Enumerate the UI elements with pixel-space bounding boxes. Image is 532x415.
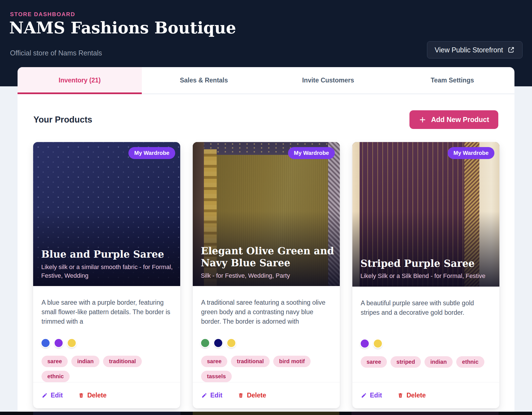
edit-label: Edit — [51, 392, 63, 399]
product-subtitle: Likely Silk or a Silk Blend - for Formal… — [360, 272, 494, 280]
tag-pill: tassels — [201, 371, 232, 382]
wardrobe-badge: My Wardrobe — [448, 147, 494, 159]
product-description: A blue saree with a purple border, featu… — [42, 298, 172, 327]
storefront-button-label: View Public Storefront — [435, 46, 503, 54]
tag-pill: traditional — [103, 356, 142, 367]
edit-button[interactable]: Edit — [42, 392, 63, 399]
edit-label: Edit — [370, 392, 382, 399]
tag-pill: indian — [71, 356, 99, 367]
tag-list: saree striped indian ethnic — [361, 356, 491, 368]
product-card: My Wardrobe Striped Purple Saree Likely … — [352, 142, 499, 408]
store-title: NAMS Fashions Boutique — [9, 18, 236, 37]
tag-pill: striped — [391, 356, 421, 368]
color-swatches — [201, 339, 331, 347]
trash-icon — [238, 392, 244, 398]
product-description: A beautiful purple saree with subtle gol… — [361, 298, 491, 328]
color-swatch — [201, 339, 209, 347]
color-swatch — [374, 340, 382, 348]
external-link-icon — [507, 46, 515, 53]
wardrobe-badge: My Wardrobe — [128, 147, 175, 159]
pencil-icon — [201, 392, 207, 398]
tag-pill: ethnic — [42, 371, 70, 382]
main-panel: Inventory (21) Sales & Rentals Invite Cu… — [18, 67, 514, 415]
trash-icon — [78, 392, 84, 398]
next-card-edge — [193, 412, 339, 415]
add-button-label: Add New Product — [431, 116, 489, 124]
product-title: Elegant Olive Green and Navy Blue Saree — [201, 245, 334, 269]
card-body: A beautiful purple saree with subtle gol… — [352, 287, 499, 382]
color-swatches — [361, 340, 491, 348]
card-footer: Edit Delete — [193, 382, 340, 408]
product-image: My Wardrobe Elegant Olive Green and Navy… — [193, 142, 340, 286]
trash-icon — [397, 392, 403, 398]
card-body: A blue saree with a purple border, featu… — [33, 286, 180, 382]
pencil-icon — [361, 392, 367, 398]
products-section-header: Your Products Add New Product — [33, 110, 498, 129]
products-heading: Your Products — [33, 115, 92, 125]
add-new-product-button[interactable]: Add New Product — [409, 110, 498, 129]
tab-invite-customers[interactable]: Invite Customers — [266, 67, 390, 94]
edit-button[interactable]: Edit — [201, 392, 222, 399]
tab-sales-rentals[interactable]: Sales & Rentals — [142, 67, 266, 94]
product-description: A traditional saree featuring a soothing… — [201, 298, 331, 327]
color-swatch — [361, 340, 369, 348]
tab-team-settings[interactable]: Team Settings — [390, 67, 514, 94]
tag-pill: saree — [361, 356, 387, 368]
card-footer: Edit Delete — [352, 382, 499, 408]
tag-pill: ethnic — [456, 356, 484, 368]
delete-button[interactable]: Delete — [238, 392, 266, 399]
tag-pill: saree — [201, 356, 227, 367]
card-body: A traditional saree featuring a soothing… — [193, 286, 340, 382]
next-row-preview — [0, 412, 532, 415]
color-swatch — [227, 339, 235, 347]
product-image: My Wardrobe Blue and Purple Saree Likely… — [33, 142, 180, 286]
image-caption: Elegant Olive Green and Navy Blue Saree … — [201, 245, 334, 280]
store-subtitle: Official store of Nams Rentals — [10, 49, 102, 57]
color-swatch — [214, 339, 222, 347]
view-public-storefront-button[interactable]: View Public Storefront — [427, 41, 523, 58]
delete-button[interactable]: Delete — [397, 392, 426, 399]
dashboard-eyebrow: STORE DASHBOARD — [10, 11, 75, 18]
product-title: Blue and Purple Saree — [41, 248, 175, 260]
tag-pill: saree — [42, 356, 68, 367]
color-swatch — [55, 339, 63, 347]
wardrobe-badge: My Wardrobe — [288, 147, 335, 159]
pencil-icon — [42, 392, 48, 398]
plus-icon — [419, 116, 426, 124]
color-swatch — [42, 339, 50, 347]
product-title: Striped Purple Saree — [360, 258, 494, 270]
edit-button[interactable]: Edit — [361, 392, 382, 399]
delete-label: Delete — [87, 392, 106, 399]
product-subtitle: Silk - for Festive, Wedding, Party — [201, 272, 334, 280]
delete-label: Delete — [406, 392, 426, 399]
color-swatches — [42, 339, 172, 347]
tag-list: saree traditional bird motif tassels — [201, 356, 331, 382]
tag-pill: traditional — [231, 356, 270, 367]
tag-pill: indian — [424, 356, 453, 368]
product-card: My Wardrobe Blue and Purple Saree Likely… — [33, 142, 180, 408]
tab-inventory[interactable]: Inventory (21) — [18, 67, 142, 94]
card-footer: Edit Delete — [33, 382, 180, 408]
product-subtitle: Likely silk or a similar smooth fabric -… — [41, 263, 175, 280]
next-card-edge — [33, 412, 180, 415]
product-grid: My Wardrobe Blue and Purple Saree Likely… — [33, 142, 499, 408]
image-caption: Blue and Purple Saree Likely silk or a s… — [41, 248, 175, 280]
product-image: My Wardrobe Striped Purple Saree Likely … — [352, 142, 499, 287]
tag-pill: bird motif — [273, 356, 311, 367]
tag-list: saree indian traditional ethnic — [42, 356, 172, 382]
product-card: My Wardrobe Elegant Olive Green and Navy… — [193, 142, 340, 408]
delete-button[interactable]: Delete — [78, 392, 106, 399]
delete-label: Delete — [247, 392, 266, 399]
next-card-edge — [352, 412, 499, 415]
edit-label: Edit — [210, 392, 222, 399]
image-caption: Striped Purple Saree Likely Silk or a Si… — [360, 258, 494, 280]
color-swatch — [68, 339, 76, 347]
tab-bar: Inventory (21) Sales & Rentals Invite Cu… — [18, 67, 514, 94]
